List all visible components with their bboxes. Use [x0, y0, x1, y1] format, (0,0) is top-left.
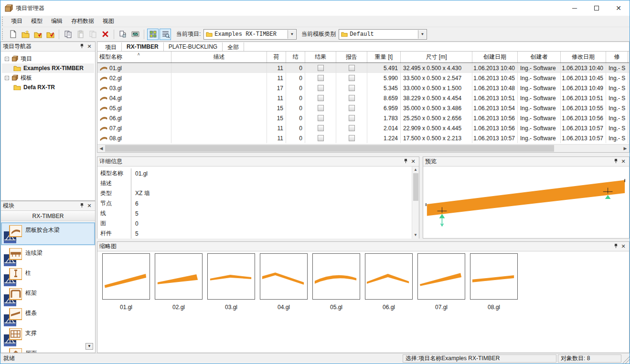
column-header-结果[interactable]: 结果 [305, 52, 336, 62]
checkbox[interactable] [318, 75, 324, 81]
column-header-创建者[interactable]: 创建者 [518, 52, 561, 62]
scroll-left-icon[interactable]: ◀ [97, 146, 105, 151]
chevron-down-icon[interactable]: ▼ [418, 30, 426, 39]
column-header-重量 [t][interactable]: 重量 [t] [367, 52, 401, 62]
tree-item-examples-rx-timber[interactable]: Examples RX-TIMBER [2, 63, 94, 73]
pin-icon[interactable] [612, 243, 619, 250]
module-item-框架[interactable]: 框架 [1, 285, 95, 305]
close-panel-icon[interactable]: ✕ [85, 43, 93, 50]
table-row[interactable]: 04.gl1108.65938.229 x 0.500 x 4.4541.06.… [97, 93, 629, 103]
chevron-down-icon[interactable]: ▼ [288, 30, 296, 39]
column-header-修改日期[interactable]: 修改日期 [561, 52, 606, 62]
checkbox[interactable] [318, 115, 324, 121]
paste-button[interactable] [75, 29, 86, 40]
column-header-修[interactable]: 修 [606, 52, 628, 62]
table-row[interactable]: 08.gl1101.22417.500 x 0.500 x 2.2131.06.… [97, 133, 629, 143]
checkbox[interactable] [318, 65, 324, 71]
tree-node-模板[interactable]: −模板 [2, 73, 94, 83]
checkbox[interactable] [349, 85, 355, 91]
checkbox[interactable] [349, 115, 355, 121]
archive-screen-button[interactable] [129, 29, 141, 40]
thumbnail-frame[interactable] [470, 253, 518, 300]
confirm-folder-button[interactable] [44, 29, 56, 40]
module-item-柱[interactable]: 柱 [1, 265, 95, 285]
tree-expand-icon[interactable]: − [5, 57, 9, 61]
thumbnail-frame[interactable] [365, 253, 413, 300]
modules-group-header[interactable]: RX-TIMBER [1, 211, 95, 221]
pin-icon[interactable] [402, 158, 409, 165]
thumbnail-07.gl[interactable]: 07.gl [415, 253, 468, 311]
thumbnail-05.gl[interactable]: 05.gl [310, 253, 363, 311]
table-row[interactable]: 03.gl1705.34533.000 x 0.500 x 1.5001.06.… [97, 83, 629, 93]
modules-scroll-down-button[interactable]: ▼ [85, 343, 93, 350]
column-header-结[interactable]: 结 [286, 52, 305, 62]
menu-item-项目[interactable]: 项目 [7, 16, 27, 26]
scroll-down-icon[interactable]: ▼ [414, 232, 417, 239]
thumbnail-frame[interactable] [102, 253, 150, 300]
checkbox[interactable] [349, 135, 355, 141]
checkbox[interactable] [349, 125, 355, 131]
column-header-尺寸 [m][interactable]: 尺寸 [m] [401, 52, 472, 62]
new-project-folder-button[interactable] [20, 29, 31, 40]
resize-grip[interactable] [623, 354, 630, 364]
table-row[interactable]: 07.gl1102.01422.909 x 0.500 x 4.4451.06.… [97, 123, 629, 133]
tree-node-项目[interactable]: −项目 [2, 54, 94, 63]
column-header-创建日期[interactable]: 创建日期 [472, 52, 518, 62]
thumbnail-frame[interactable] [312, 253, 360, 300]
checkbox[interactable] [318, 125, 324, 131]
maximize-button[interactable] [586, 0, 608, 16]
template-category-combobox[interactable]: Default ▼ [339, 29, 427, 40]
thumbnail-02.gl[interactable]: 02.gl [152, 253, 205, 311]
scrollbar-thumb[interactable] [413, 173, 418, 201]
column-header-模型名称[interactable]: 模型名称ʌ [97, 52, 171, 62]
table-row[interactable]: 02.gl1105.99033.500 x 0.500 x 2.5471.06.… [97, 73, 629, 83]
scroll-up-icon[interactable]: ▲ [414, 166, 417, 173]
column-header-报告[interactable]: 报告 [336, 52, 367, 62]
pin-icon[interactable] [612, 158, 619, 165]
checkbox[interactable] [349, 65, 355, 71]
view-grid-button[interactable] [147, 29, 159, 40]
thumbnail-frame[interactable] [417, 253, 465, 300]
current-project-combobox[interactable]: Examples RX-TIMBER ▼ [203, 29, 297, 40]
column-header-荷[interactable]: 荷 [267, 52, 286, 62]
scroll-right-icon[interactable]: ▶ [621, 146, 629, 151]
pin-icon[interactable] [78, 203, 85, 209]
delete-button[interactable] [99, 29, 111, 40]
thumbnail-04.gl[interactable]: 04.gl [257, 253, 310, 311]
close-panel-icon[interactable]: ✕ [619, 158, 627, 165]
tab-项目[interactable]: 项目 [100, 42, 122, 51]
table-row[interactable]: 06.gl1501.78325.250 x 0.500 x 2.6561.06.… [97, 113, 629, 123]
tab-全部[interactable]: 全部 [223, 42, 244, 51]
pin-icon[interactable] [78, 43, 85, 50]
column-header-描述[interactable]: 描述 [171, 52, 267, 62]
copy-special-button[interactable] [87, 29, 98, 40]
thumbnail-frame[interactable] [155, 253, 203, 300]
close-panel-icon[interactable]: ✕ [409, 158, 417, 165]
checkbox[interactable] [318, 85, 324, 91]
checkbox[interactable] [349, 75, 355, 81]
scrollbar-thumb[interactable] [105, 145, 554, 152]
module-item-支撑[interactable]: 支撑 [1, 325, 95, 345]
menu-item-视图[interactable]: 视图 [98, 16, 118, 26]
close-panel-icon[interactable]: ✕ [619, 243, 627, 250]
close-button[interactable]: ✕ [608, 0, 630, 16]
tree-item-defa-rx-tr[interactable]: Defa RX-TR [2, 83, 94, 92]
thumbnail-03.gl[interactable]: 03.gl [205, 253, 257, 311]
close-panel-icon[interactable]: ✕ [85, 203, 93, 209]
thumbnail-06.gl[interactable]: 06.gl [363, 253, 415, 311]
menu-item-编辑[interactable]: 编辑 [47, 16, 67, 26]
checkbox[interactable] [318, 105, 324, 111]
checkbox[interactable] [318, 95, 324, 101]
new-model-folder-button[interactable] [32, 29, 43, 40]
module-item-层板胶合木梁[interactable]: 层板胶合木梁 [1, 222, 95, 245]
thumbnail-01.gl[interactable]: 01.gl [100, 253, 152, 311]
menu-item-存档数据[interactable]: 存档数据 [67, 16, 98, 26]
connect-button[interactable] [117, 29, 128, 40]
details-vertical-scrollbar[interactable]: ▲ ▼ [412, 166, 419, 239]
table-row[interactable]: 01.gl1105.49132.495 x 0.500 x 4.4301.06.… [97, 63, 629, 73]
checkbox[interactable] [349, 95, 355, 101]
module-item-檩条[interactable]: 檩条 [1, 305, 95, 325]
table-row[interactable]: 05.gl1506.95935.000 x 0.500 x 3.4861.06.… [97, 103, 629, 113]
tab-PLATE-BUCKLING[interactable]: PLATE-BUCKLING [164, 42, 223, 51]
thumbnail-08.gl[interactable]: 08.gl [468, 253, 520, 311]
